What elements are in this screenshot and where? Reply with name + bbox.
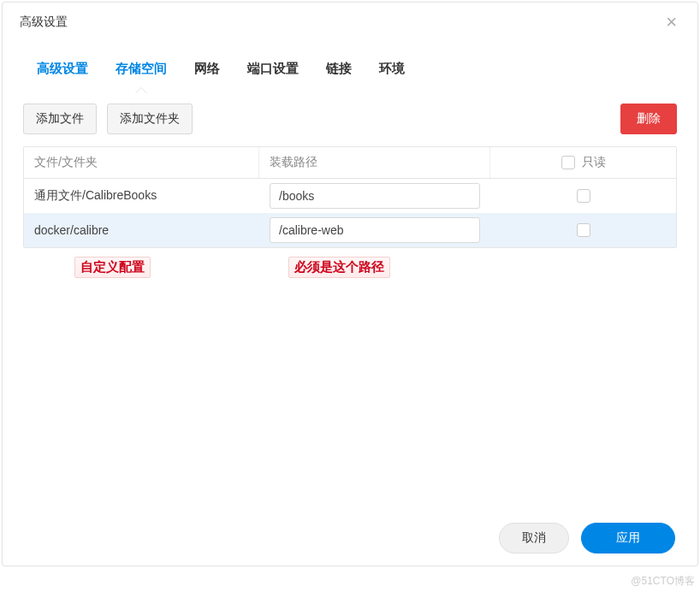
cell-file: docker/calibre <box>24 220 259 240</box>
cancel-button[interactable]: 取消 <box>499 523 569 554</box>
table-row[interactable]: docker/calibre <box>24 213 676 247</box>
cell-path <box>259 214 490 246</box>
tab-storage[interactable]: 存储空间 <box>102 52 181 87</box>
readonly-checkbox[interactable] <box>577 189 590 203</box>
watermark: @51CTO博客 <box>631 574 695 589</box>
close-icon[interactable]: × <box>662 13 680 32</box>
add-folder-button[interactable]: 添加文件夹 <box>107 104 193 134</box>
mount-path-input[interactable] <box>270 217 480 243</box>
dialog-header: 高级设置 × <box>3 3 697 42</box>
tab-advanced[interactable]: 高级设置 <box>23 52 102 87</box>
th-path: 装载路径 <box>259 147 490 178</box>
dialog-body: 高级设置 存储空间 网络 端口设置 链接 环境 添加文件 添加文件夹 删除 文件… <box>3 42 697 511</box>
cell-file: 通用文件/CalibreBooks <box>24 185 259 207</box>
cell-readonly <box>490 186 676 206</box>
tab-ports[interactable]: 端口设置 <box>234 52 312 87</box>
table-header: 文件/文件夹 装载路径 只读 <box>24 147 676 179</box>
tab-environment[interactable]: 环境 <box>365 52 418 87</box>
cell-path <box>259 180 490 212</box>
tab-links[interactable]: 链接 <box>312 52 365 87</box>
volumes-table: 文件/文件夹 装载路径 只读 通用文件/CalibreBooks docker/… <box>23 146 677 248</box>
annotation-required-path: 必须是这个路径 <box>288 257 390 278</box>
readonly-header-checkbox[interactable] <box>561 156 575 169</box>
apply-button[interactable]: 应用 <box>581 523 675 554</box>
annotation-custom-config: 自定义配置 <box>74 257 151 278</box>
tabs: 高级设置 存储空间 网络 端口设置 链接 环境 <box>23 52 677 88</box>
tab-network[interactable]: 网络 <box>181 52 234 87</box>
cell-readonly <box>490 220 676 240</box>
readonly-checkbox[interactable] <box>577 223 590 237</box>
tab-indicator-icon <box>135 87 147 93</box>
dialog-title: 高级设置 <box>20 15 68 30</box>
add-file-button[interactable]: 添加文件 <box>23 104 97 134</box>
table-row[interactable]: 通用文件/CalibreBooks <box>24 179 676 213</box>
delete-button[interactable]: 删除 <box>620 104 677 134</box>
readonly-label: 只读 <box>582 155 606 170</box>
annotations: 自定义配置 必须是这个路径 <box>23 257 677 282</box>
mount-path-input[interactable] <box>270 183 480 209</box>
dialog-footer: 取消 应用 <box>3 511 697 565</box>
th-file: 文件/文件夹 <box>24 147 259 178</box>
th-readonly: 只读 <box>490 147 676 178</box>
advanced-settings-dialog: 高级设置 × 高级设置 存储空间 网络 端口设置 链接 环境 添加文件 添加文件… <box>2 2 698 566</box>
tab-storage-label: 存储空间 <box>116 61 167 75</box>
toolbar: 添加文件 添加文件夹 删除 <box>23 104 677 134</box>
